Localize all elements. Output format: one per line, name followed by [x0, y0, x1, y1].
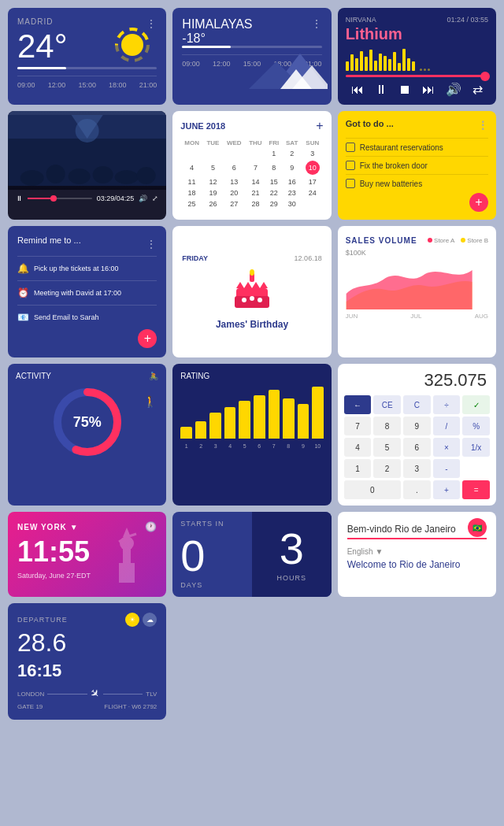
video-controls[interactable]: ⏸ 03:29/04:25 🔊 ⤢ [8, 190, 166, 207]
activity-title: ACTIVITY [16, 372, 51, 380]
todo-item-2[interactable]: Fix the broken door [346, 161, 488, 170]
rating-bars [180, 387, 323, 442]
cloud-weather-icon: ☁ [143, 613, 157, 627]
birthday-card: FRIDAY 12.06.18 James' Birthday [172, 226, 331, 357]
volume-icon[interactable]: 🔊 [139, 194, 147, 202]
rating-labels: 12 34 56 78 910 [180, 443, 323, 449]
fullscreen-icon[interactable]: ⤢ [152, 194, 158, 202]
translate-input[interactable] [347, 524, 487, 539]
todo-checkbox-3[interactable] [346, 179, 355, 188]
shuffle-btn[interactable]: ⇄ [472, 82, 483, 97]
pause-btn[interactable]: ⏸ [375, 83, 387, 97]
svg-point-21 [242, 298, 246, 302]
calendar-grid: MON TUE WED THU FRI SAT SUN 123 4567 89 … [180, 138, 323, 209]
reminder-add-btn[interactable]: + [138, 329, 157, 348]
equalizer [346, 47, 488, 71]
calc-9[interactable]: 9 [403, 417, 431, 435]
dep-gate: GATE 19 [17, 703, 43, 710]
calc-eq[interactable]: = [462, 480, 490, 499]
calc-3[interactable]: 3 [403, 459, 431, 478]
calc-backspace[interactable]: ← [344, 395, 372, 414]
translate-lang[interactable]: English ▼ [347, 547, 487, 556]
calc-5[interactable]: 5 [373, 438, 401, 457]
reminder-menu[interactable]: ⋮ [146, 238, 157, 250]
next-btn[interactable]: ⏭ [422, 83, 435, 97]
countdown-label: STARTS IN [180, 520, 244, 528]
ny-date: Saturday, June 27·EDT [17, 572, 157, 580]
sales-labels: JUN JUL AUG [346, 313, 488, 320]
calc-1[interactable]: 1 [344, 459, 372, 478]
reminder-item-3: 📧 Send Email to Sarah [17, 312, 157, 323]
volume-btn[interactable]: 🔊 [446, 82, 461, 97]
reminder-title: Remind me to ... [17, 235, 81, 245]
todo-item-1[interactable]: Restaurant reservations [346, 143, 488, 152]
calc-check[interactable]: ✓ [462, 395, 490, 414]
translate-result: Welcome to Rio de Janeiro [347, 559, 487, 570]
todo-add-btn[interactable]: + [469, 193, 488, 212]
activity-percent: 75% [73, 414, 102, 431]
calc-4[interactable]: 4 [344, 438, 372, 457]
dep-to: TLV [146, 691, 157, 698]
sun-weather-icon: ☀ [125, 613, 139, 627]
calc-minus[interactable]: - [433, 459, 461, 478]
play-pause-icon[interactable]: ⏸ [16, 194, 23, 202]
reminder-card: Remind me to ... ⋮ 🔔 Pick up the tickets… [8, 226, 166, 357]
countdown-hours-label: HOURS [277, 574, 307, 582]
madrid-timeline: 09:00 12:00 15:00 18:00 21:00 [17, 76, 157, 89]
svg-point-12 [46, 165, 65, 183]
calc-c[interactable]: C [403, 395, 431, 414]
calc-display: 325.075 [344, 370, 490, 391]
sales-chart [346, 258, 488, 309]
calc-6[interactable]: 6 [403, 438, 431, 457]
dep-temperature: 28.6 [17, 628, 157, 657]
svg-marker-26 [252, 282, 260, 288]
calc-slash[interactable]: / [433, 417, 461, 435]
calc-8[interactable]: 8 [373, 417, 401, 435]
email-icon: 📧 [17, 312, 29, 323]
calc-ce[interactable]: CE [373, 395, 401, 414]
calc-7[interactable]: 7 [344, 417, 372, 435]
ny-dropdown-icon[interactable]: ▼ [70, 523, 79, 532]
countdown-days-label: DAYS [180, 581, 244, 589]
rating-card: RATING 12 34 56 78 910 [172, 364, 331, 506]
sales-value-label: $100K [346, 249, 488, 257]
calc-dot[interactable]: . [403, 480, 431, 499]
dep-from: LONDON [17, 691, 44, 698]
cal-month: JUNE 2018 [180, 121, 225, 131]
departure-card: DEPARTURE ☀ ☁ 28.6 16:15 LONDON ✈ TLV GA… [8, 603, 166, 720]
calc-plus[interactable]: + [433, 480, 461, 499]
calc-mul[interactable]: × [433, 438, 461, 457]
stop-btn[interactable]: ⏹ [398, 83, 411, 97]
himalayas-card: HIMALAYAS -18° ⋮ 09:00 12:00 15:00 18:00… [172, 8, 331, 105]
lang-dropdown-icon[interactable]: ▼ [375, 547, 383, 556]
calculator-card: 325.075 ← CE C ÷ ✓ 7 8 9 / % 4 5 6 × 1/x… [338, 364, 496, 506]
cake-icon [228, 269, 276, 316]
todo-title: Got to do ... [346, 119, 394, 131]
calc-percent[interactable]: % [462, 417, 490, 435]
bday-date: 12.06.18 [295, 254, 322, 262]
todo-checkbox-2[interactable] [346, 161, 355, 170]
music-controls[interactable]: ⏮ ⏸ ⏹ ⏭ 🔊 ⇄ [346, 82, 488, 97]
svg-point-0 [121, 34, 143, 56]
reminder-item-1: 🔔 Pick up the tickets at 16:00 [17, 263, 157, 274]
calc-inv[interactable]: 1/x [462, 438, 490, 457]
calc-0[interactable]: 0 [344, 480, 401, 499]
him-menu[interactable]: ⋮ [311, 17, 322, 46]
calc-2[interactable]: 2 [373, 459, 401, 478]
cal-add-btn[interactable]: + [316, 119, 323, 133]
countdown-days-num: 0 [180, 534, 244, 578]
alarm-icon: ⏰ [17, 287, 29, 298]
todo-item-3[interactable]: Buy new batteries [346, 179, 488, 188]
prev-btn[interactable]: ⏮ [351, 83, 364, 97]
todo-checkbox-1[interactable] [346, 143, 355, 152]
calc-div[interactable]: ÷ [433, 395, 461, 414]
him-temp: -18° [182, 31, 252, 46]
todo-menu[interactable]: ⋮ [477, 119, 488, 131]
dep-flight: FLIGHT · W6 2792 [104, 703, 157, 710]
dep-time: 16:15 [17, 661, 157, 681]
mountain-icon [249, 46, 328, 89]
video-timestamp: 03:29/04:25 [97, 194, 135, 202]
music-times: 01:24 / 03:55 [447, 16, 488, 24]
reminder-item-2: ⏰ Meeting with David at 17:00 [17, 287, 157, 298]
rating-title: RATING [180, 372, 323, 380]
